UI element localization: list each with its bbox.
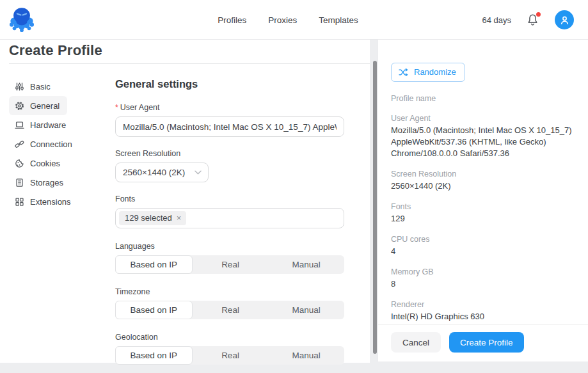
create-profile-button[interactable]: Create Profile <box>449 332 524 353</box>
randomize-button[interactable]: Randomize <box>391 63 465 82</box>
general-settings-form: General settings *User Agent Screen Reso… <box>115 77 344 365</box>
nav-profiles[interactable]: Profiles <box>218 15 246 25</box>
summary-label: Screen Resolution <box>391 170 575 179</box>
user-agent-input[interactable] <box>115 116 344 137</box>
person-icon <box>559 15 570 26</box>
timezone-option-real[interactable]: Real <box>193 301 269 319</box>
summary-field-memory-gb: Memory GB 8 <box>391 267 575 290</box>
languages-option-manual[interactable]: Manual <box>268 255 344 274</box>
gear-icon <box>15 101 24 111</box>
summary-label: Renderer <box>391 300 575 310</box>
sidebar-item-label: Basic <box>30 82 51 91</box>
languages-option-based-on-ip[interactable]: Based on IP <box>115 255 193 274</box>
form-heading: General settings <box>115 77 344 91</box>
required-asterisk: * <box>115 103 118 112</box>
profile-summary-panel: Randomize Profile name User Agent Mozill… <box>377 40 588 361</box>
create-profile-page: Profiles Proxies Templates 64 days <box>0 0 588 373</box>
sidebar-item-label: Hardware <box>30 120 66 130</box>
summary-field-user-agent: User Agent Mozilla/5.0 (Macintosh; Intel… <box>391 114 575 159</box>
top-header: Profiles Proxies Templates 64 days <box>0 0 588 40</box>
sidebar-item-general[interactable]: General <box>9 96 67 115</box>
shuffle-icon <box>399 68 408 76</box>
page-title: Create Profile <box>9 42 370 60</box>
summary-value: 2560×1440 (2K) <box>391 180 575 192</box>
cancel-button[interactable]: Cancel <box>391 332 441 353</box>
laptop-icon <box>15 120 24 130</box>
link-icon <box>15 139 24 149</box>
octopus-logo-icon[interactable] <box>8 4 35 34</box>
summary-value: Mozilla/5.0 (Macintosh; Intel Mac OS X 1… <box>391 125 575 159</box>
sidebar-item-label: Cookies <box>30 159 60 168</box>
summary-value: 8 <box>391 278 575 290</box>
notifications-button[interactable] <box>527 13 539 27</box>
summary-label: Fonts <box>391 202 575 212</box>
sidebar-item-extensions[interactable]: Extensions <box>9 192 79 211</box>
tune-icon <box>15 82 24 91</box>
notification-badge-dot <box>536 12 541 17</box>
languages-segmented-control: Based on IP Real Manual <box>115 255 344 274</box>
summary-value: 129 <box>391 213 575 225</box>
timezone-option-manual[interactable]: Manual <box>268 301 344 319</box>
sidebar-item-label: Connection <box>30 139 72 149</box>
chip-close-icon[interactable]: × <box>177 215 182 221</box>
summary-value: 4 <box>391 246 575 257</box>
screen-resolution-value: 2560×1440 (2K) <box>123 168 185 177</box>
timezone-segmented-control: Based on IP Real Manual <box>115 301 344 319</box>
chevron-down-icon <box>195 170 202 175</box>
main-nav: Profiles Proxies Templates <box>218 0 358 40</box>
sidebar-item-label: Storages <box>30 178 63 187</box>
sidebar-item-basic[interactable]: Basic <box>9 77 58 96</box>
summary-value: Intel(R) HD Graphics 630 <box>391 311 575 322</box>
summary-label: Profile name <box>391 94 575 104</box>
languages-label: Languages <box>115 242 344 251</box>
panel-footer: Cancel Create Profile <box>378 324 588 361</box>
randomize-label: Randomize <box>414 67 456 77</box>
vertical-scrollbar[interactable] <box>373 61 377 354</box>
summary-label: CPU cores <box>391 235 575 244</box>
summary-field-renderer: Renderer Intel(R) HD Graphics 630 <box>391 300 575 322</box>
geolocation-segmented-control: Based on IP Real Manual <box>115 346 344 365</box>
screen-resolution-label: Screen Resolution <box>115 149 344 159</box>
summary-field-profile-name: Profile name <box>391 94 575 104</box>
languages-option-real[interactable]: Real <box>193 255 269 274</box>
header-right-group: 64 days <box>482 0 574 40</box>
geolocation-label: Geolocation <box>115 333 344 342</box>
settings-sidebar: Basic General <box>9 77 115 365</box>
fonts-chip-label: 129 selected <box>125 213 172 223</box>
screen-resolution-select[interactable]: 2560×1440 (2K) <box>115 163 209 182</box>
user-avatar[interactable] <box>555 10 574 29</box>
user-agent-label: *User Agent <box>115 103 344 113</box>
sidebar-item-label: General <box>30 101 60 111</box>
summary-field-cpu-cores: CPU cores 4 <box>391 235 575 257</box>
nav-proxies[interactable]: Proxies <box>268 15 297 25</box>
fonts-input[interactable]: 129 selected × <box>115 208 344 228</box>
fonts-label: Fonts <box>115 194 344 204</box>
cookie-icon <box>15 159 24 168</box>
sidebar-item-storages[interactable]: Storages <box>9 173 71 192</box>
extensions-icon <box>15 197 24 207</box>
geolocation-option-real[interactable]: Real <box>193 346 269 365</box>
sidebar-item-connection[interactable]: Connection <box>9 134 80 154</box>
timezone-label: Timezone <box>115 287 344 297</box>
subscription-days-label[interactable]: 64 days <box>482 15 511 25</box>
geolocation-option-based-on-ip[interactable]: Based on IP <box>115 346 193 365</box>
nav-templates[interactable]: Templates <box>319 15 358 25</box>
summary-field-screen-resolution: Screen Resolution 2560×1440 (2K) <box>391 170 575 192</box>
main-content: Create Profile Basic <box>0 40 370 363</box>
sidebar-item-cookies[interactable]: Cookies <box>9 154 68 173</box>
sidebar-item-label: Extensions <box>30 197 71 207</box>
summary-label: Memory GB <box>391 267 575 277</box>
geolocation-option-manual[interactable]: Manual <box>268 346 344 365</box>
summary-label: User Agent <box>391 114 575 123</box>
storage-icon <box>15 178 24 187</box>
sidebar-item-hardware[interactable]: Hardware <box>9 115 74 134</box>
fonts-selected-chip: 129 selected × <box>119 211 186 225</box>
timezone-option-based-on-ip[interactable]: Based on IP <box>115 301 193 319</box>
summary-field-fonts: Fonts 129 <box>391 202 575 225</box>
